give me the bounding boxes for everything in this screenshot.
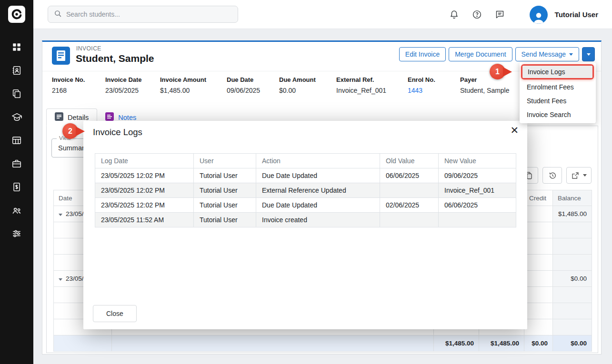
menu-item-student-fees[interactable]: Student Fees	[520, 94, 596, 108]
totals-row: $1,485.00 $1,485.00 $0.00 $0.00	[54, 335, 592, 352]
menu-item-invoice-logs[interactable]: Invoice Logs	[522, 66, 592, 78]
sidebar-nav	[0, 29, 33, 239]
menu-item-invoice-search[interactable]: Invoice Search	[520, 108, 596, 121]
address-book-icon[interactable]	[11, 65, 22, 76]
chevron-down-icon	[59, 214, 62, 216]
topbar-actions: Tutorial User	[449, 0, 612, 29]
meta-payer: PayerStudent, Sample	[460, 76, 514, 94]
history-button[interactable]	[542, 167, 562, 184]
chevron-down-icon	[59, 278, 62, 281]
meta-enrol-no: Enrol No.1443	[408, 76, 460, 94]
app-logo-mark	[8, 6, 25, 23]
app-logo[interactable]	[0, 0, 33, 29]
total-amount: $1,485.00	[434, 335, 479, 352]
graduation-cap-icon[interactable]	[11, 111, 22, 123]
invoice-logs-highlight-box: Invoice Logs	[521, 64, 594, 79]
search-box	[48, 6, 238, 23]
tab-notes-label: Notes	[118, 114, 136, 121]
enrol-no-link[interactable]: 1443	[408, 87, 455, 94]
meta-due-date: Due Date09/06/2025	[227, 76, 279, 94]
chevron-down-icon	[587, 53, 591, 56]
total-credit: $0.00	[524, 335, 553, 352]
invoice-header: INVOICE Student, Sample Edit Invoice Mer…	[42, 42, 601, 71]
modal-title: Invoice Logs	[93, 127, 142, 138]
invoice-icon	[52, 47, 70, 65]
search-icon	[54, 10, 62, 20]
menu-item-enrolment-fees[interactable]: Enrolment Fees	[520, 80, 596, 94]
close-button[interactable]: Close	[93, 305, 137, 322]
tab-details-label: Details	[68, 114, 89, 121]
header-actions: Edit Invoice Merge Document Send Message	[399, 47, 595, 61]
send-message-label: Send Message	[522, 50, 566, 58]
log-row: 23/05/2025 11:52 AMTutorial UserInvoice …	[95, 213, 516, 227]
col-balance: Balance	[553, 190, 592, 206]
meta-invoice-date: Invoice Date23/05/2025	[105, 76, 160, 94]
export-button[interactable]	[566, 167, 592, 184]
people-icon[interactable]	[11, 205, 22, 216]
annotation-step-2: 2	[62, 123, 78, 139]
meta-external-ref: External Ref.Invoice_Ref_001	[336, 76, 408, 94]
log-table-header-row: Log Date User Action Old Value New Value	[95, 154, 516, 168]
edit-invoice-button[interactable]: Edit Invoice	[399, 47, 446, 61]
page-title: Student, Sample	[76, 53, 154, 64]
filter-sliders-icon[interactable]	[11, 228, 22, 239]
total-balance: $0.00	[553, 335, 592, 352]
topbar: Tutorial User	[33, 0, 612, 29]
user-avatar[interactable]	[530, 6, 548, 24]
log-row: 23/05/2025 12:02 PMTutorial UserExternal…	[95, 183, 516, 198]
meta-due-amount: Due Amount$0.00	[279, 76, 336, 94]
user-name[interactable]: Tutorial User	[555, 10, 598, 19]
details-toolbar	[519, 167, 592, 184]
data-table-icon[interactable]	[11, 135, 22, 146]
invoice-logs-table: Log Date User Action Old Value New Value…	[95, 153, 516, 227]
help-icon[interactable]	[472, 10, 482, 20]
log-row: 23/05/2025 12:02 PMTutorial UserDue Date…	[95, 168, 516, 183]
application-window: Tutorial User INVOICE Student, Sample Ed…	[0, 0, 612, 364]
sidebar	[0, 0, 33, 364]
invoice-kicker: INVOICE	[76, 45, 101, 52]
documents-icon[interactable]	[11, 88, 22, 99]
meta-invoice-amount: Invoice Amount$1,485.00	[160, 76, 227, 94]
annotation-step-1: 1	[490, 64, 505, 79]
invoice-dollar-icon[interactable]	[11, 181, 22, 193]
close-icon[interactable]: ✕	[510, 125, 519, 135]
merge-document-button[interactable]: Merge Document	[449, 47, 512, 61]
chevron-down-icon	[569, 53, 573, 56]
log-row: 23/05/2025 12:02 PMTutorial UserDue Date…	[95, 198, 516, 213]
chevron-down-icon	[583, 174, 587, 177]
more-actions-button[interactable]	[582, 47, 595, 61]
details-icon	[55, 112, 63, 122]
search-input[interactable]	[66, 10, 232, 18]
col-credit: Credit	[524, 190, 553, 206]
send-message-button[interactable]: Send Message	[515, 47, 579, 61]
total-paid: $1,485.00	[479, 335, 524, 352]
invoice-logs-modal: Invoice Logs ✕ Log Date User Action Old …	[83, 121, 527, 329]
dashboard-icon[interactable]	[11, 41, 22, 53]
chat-icon[interactable]	[495, 10, 505, 20]
meta-invoice-no: Invoice No.2168	[52, 76, 105, 94]
invoice-meta: Invoice No.2168 Invoice Date23/05/2025 I…	[52, 76, 514, 94]
briefcase-icon[interactable]	[11, 158, 22, 169]
send-message-menu: Invoice Logs Enrolment Fees Student Fees…	[520, 62, 596, 123]
notifications-bell-icon[interactable]	[449, 10, 459, 20]
